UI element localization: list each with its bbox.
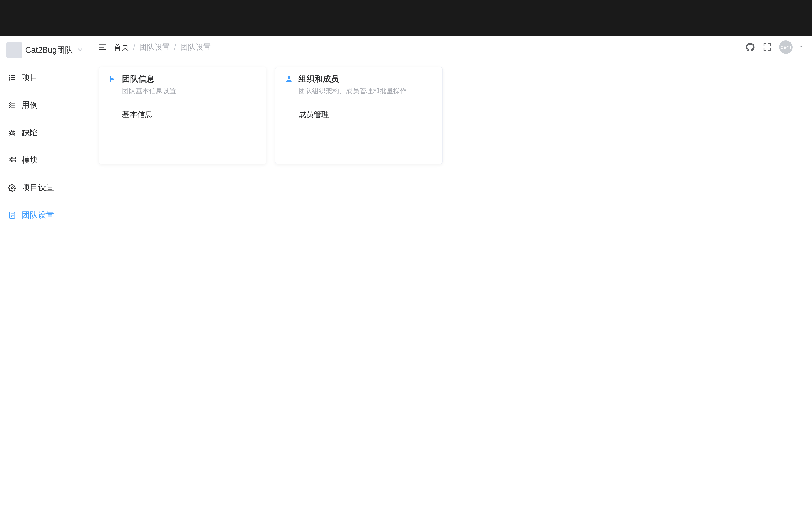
sidebar-item-module[interactable]: 模块 bbox=[6, 146, 84, 174]
sidebar-menu: 项目 用例 缺陷 模块 bbox=[0, 64, 90, 229]
breadcrumb-home[interactable]: 首页 bbox=[114, 42, 129, 52]
card-body: 成员管理 bbox=[275, 101, 442, 128]
sidebar-item-team-settings[interactable]: 团队设置 bbox=[6, 202, 84, 229]
user-avatar-label: dem bbox=[781, 44, 791, 50]
sidebar-item-project[interactable]: 项目 bbox=[6, 64, 84, 91]
sidebar-item-label: 模块 bbox=[22, 155, 38, 166]
card-body: 基本信息 bbox=[99, 101, 266, 128]
card-header: 团队信息 团队基本信息设置 bbox=[99, 67, 266, 101]
svg-point-2 bbox=[9, 77, 10, 78]
checklist-icon bbox=[8, 100, 17, 110]
breadcrumb-sep: / bbox=[133, 43, 135, 51]
hamburger-toggle[interactable] bbox=[98, 43, 108, 52]
caret-down-icon[interactable] bbox=[799, 44, 804, 50]
gear-icon bbox=[8, 183, 17, 192]
team-selector[interactable]: Cat2Bug团队 bbox=[6, 41, 84, 59]
svg-rect-12 bbox=[13, 157, 15, 159]
person-icon bbox=[285, 75, 293, 83]
card-title: 团队信息 bbox=[122, 74, 176, 85]
svg-point-4 bbox=[9, 79, 10, 80]
fullscreen-toggle[interactable] bbox=[762, 42, 773, 52]
svg-rect-13 bbox=[9, 160, 12, 162]
content: 团队信息 团队基本信息设置 基本信息 组织和成员 团队组织架构、成员管理和批量操… bbox=[90, 58, 812, 508]
github-link[interactable] bbox=[745, 42, 756, 52]
svg-rect-11 bbox=[9, 157, 12, 159]
card-subtitle: 团队基本信息设置 bbox=[122, 86, 176, 96]
team-name-label: Cat2Bug团队 bbox=[25, 45, 73, 56]
card-title: 组织和成员 bbox=[298, 74, 407, 85]
team-avatar bbox=[6, 42, 22, 58]
sidebar-item-label: 用例 bbox=[22, 99, 38, 111]
module-icon bbox=[8, 156, 17, 165]
header-actions: dem bbox=[745, 40, 804, 54]
card-link-member-mgmt[interactable]: 成员管理 bbox=[285, 107, 433, 123]
flag-icon bbox=[108, 75, 117, 83]
svg-point-0 bbox=[9, 75, 10, 76]
main-area: 首页 / 团队设置 / 团队设置 dem bbox=[90, 36, 812, 508]
sidebar-item-project-settings[interactable]: 项目设置 bbox=[6, 174, 84, 202]
top-banner bbox=[0, 0, 812, 36]
sidebar-item-testcase[interactable]: 用例 bbox=[6, 91, 84, 119]
header-bar: 首页 / 团队设置 / 团队设置 dem bbox=[90, 36, 812, 58]
svg-point-17 bbox=[11, 186, 13, 188]
card-header: 组织和成员 团队组织架构、成员管理和批量操作 bbox=[275, 67, 442, 101]
card-org-members: 组织和成员 团队组织架构、成员管理和批量操作 成员管理 bbox=[275, 67, 442, 164]
breadcrumb: 首页 / 团队设置 / 团队设置 bbox=[114, 42, 211, 52]
list-icon bbox=[8, 73, 17, 82]
sidebar-item-label: 团队设置 bbox=[22, 210, 54, 221]
sidebar-item-label: 项目设置 bbox=[22, 182, 54, 193]
card-link-basic-info[interactable]: 基本信息 bbox=[108, 107, 257, 123]
bug-icon bbox=[8, 128, 17, 137]
breadcrumb-team-settings-1[interactable]: 团队设置 bbox=[139, 42, 170, 52]
svg-point-25 bbox=[288, 76, 290, 79]
sidebar: Cat2Bug团队 项目 用例 缺陷 bbox=[0, 36, 90, 508]
svg-rect-14 bbox=[13, 160, 15, 162]
sidebar-item-bug[interactable]: 缺陷 bbox=[6, 119, 84, 146]
sidebar-item-label: 项目 bbox=[22, 72, 38, 83]
sidebar-item-label: 缺陷 bbox=[22, 127, 38, 138]
card-team-info: 团队信息 团队基本信息设置 基本信息 bbox=[99, 67, 266, 164]
breadcrumb-sep: / bbox=[174, 43, 176, 51]
breadcrumb-team-settings-2[interactable]: 团队设置 bbox=[180, 42, 211, 52]
card-subtitle: 团队组织架构、成员管理和批量操作 bbox=[298, 86, 407, 96]
user-avatar[interactable]: dem bbox=[779, 40, 793, 54]
team-settings-icon bbox=[8, 211, 17, 220]
chevron-down-icon bbox=[77, 46, 84, 54]
